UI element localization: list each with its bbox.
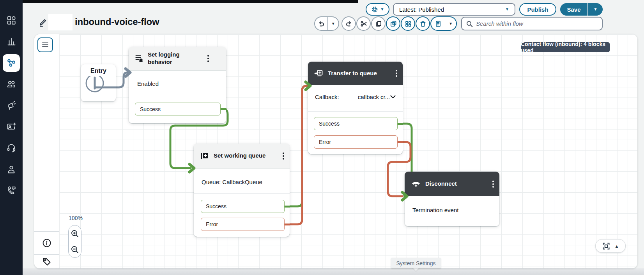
output-label: Success	[140, 106, 161, 112]
redo-button[interactable]	[341, 16, 356, 31]
cut-button[interactable]	[356, 16, 371, 31]
block-title: Transfer to queue	[328, 70, 391, 77]
entry-label: Entry	[81, 64, 116, 75]
output-success[interactable]: Success	[201, 200, 285, 213]
caret-down-icon: ▼	[594, 7, 598, 11]
flows-icon	[6, 58, 16, 68]
version-dropdown[interactable]: Latest: Published ▼	[393, 3, 515, 16]
caret-down-icon: ▼	[331, 22, 335, 26]
sidebar-item-calls[interactable]	[0, 182, 23, 199]
top-black-strip	[0, 0, 358, 3]
field-label: Callback:	[315, 94, 339, 100]
edit-title-button[interactable]	[38, 18, 48, 27]
chevron-down-icon	[390, 95, 396, 99]
set-logging-behavior-icon	[135, 54, 143, 63]
sidebar-item-users[interactable]	[0, 75, 23, 92]
block-header[interactable]: Disconnect	[405, 172, 499, 196]
search-input[interactable]	[476, 20, 598, 27]
phone-chat-icon	[6, 185, 16, 195]
save-button[interactable]: Save	[560, 3, 587, 16]
sidebar-item-flows[interactable]	[0, 54, 23, 71]
connect-flow-editor: inbound-voice-flow ▼ Latest: Published ▼…	[0, 0, 644, 275]
block-set-logging-behavior[interactable]: Set logging behavior Enabled Success	[129, 47, 226, 123]
block-disconnect[interactable]: Disconnect Termination event	[405, 172, 499, 226]
output-success[interactable]: Success	[135, 103, 221, 115]
flow-settings-button[interactable]: ▼	[366, 3, 389, 16]
block-field-row[interactable]: Callback: callback cr...	[315, 94, 396, 100]
undo-icon	[318, 20, 325, 27]
document-icon	[435, 20, 442, 27]
block-body-text: Termination event	[412, 207, 458, 213]
sidebar-item-support[interactable]	[0, 139, 23, 156]
undo-split-button[interactable]: ▼	[314, 16, 339, 31]
page-title: inbound-voice-flow	[75, 16, 159, 27]
version-dropdown-value: Latest: Published	[399, 6, 444, 13]
block-header[interactable]: Set logging behavior	[129, 47, 226, 71]
entry-point-icon	[81, 76, 116, 101]
sidebar-item-directory[interactable]	[0, 118, 23, 135]
block-menu-button[interactable]	[395, 68, 398, 78]
users-icon	[6, 79, 16, 89]
flow-notes-button[interactable]	[431, 17, 445, 30]
undo-history-button[interactable]: ▼	[328, 17, 338, 30]
publish-button[interactable]: Publish	[519, 3, 556, 16]
duplicate-block-button[interactable]	[386, 16, 400, 31]
block-set-working-queue[interactable]: Set working queue Queue: CallbackQueue S…	[194, 144, 290, 237]
caret-down-icon: ▼	[380, 7, 384, 11]
sidebar-item-profile[interactable]	[0, 161, 23, 178]
output-error[interactable]: Error	[201, 218, 285, 231]
output-label: Success	[206, 203, 226, 209]
sidebar-nav	[0, 0, 23, 275]
bottom-bar	[23, 268, 644, 275]
save-label: Save	[567, 6, 580, 13]
search-icon	[466, 20, 473, 27]
block-title: Disconnect	[425, 180, 487, 188]
delete-button[interactable]	[416, 16, 430, 31]
headset-icon	[6, 143, 16, 153]
block-body-text: Queue: CallbackQueue	[202, 179, 262, 185]
output-success[interactable]: Success	[314, 117, 398, 130]
block-menu-button[interactable]	[207, 53, 210, 64]
flow-canvas[interactable]: Contact flow (inbound): 4 blocks used En…	[34, 34, 637, 268]
block-menu-button[interactable]	[492, 179, 495, 189]
gear-icon	[371, 6, 378, 13]
dashboard-icon	[6, 15, 16, 25]
block-header[interactable]: Transfer to queue	[308, 62, 403, 85]
block-title: Set logging behavior	[148, 51, 202, 66]
notes-split-button[interactable]: ▼	[430, 16, 457, 31]
sidebar-item-metrics[interactable]	[0, 33, 23, 50]
id-card-arrow-icon	[6, 121, 16, 131]
block-transfer-to-queue[interactable]: Transfer to queue Callback: callback cr.…	[308, 62, 403, 154]
save-options-button[interactable]: ▼	[588, 3, 603, 16]
connector-stub	[285, 206, 290, 208]
output-label: Error	[206, 221, 218, 227]
block-body-text: Enabled	[137, 80, 159, 87]
trash-icon	[419, 20, 426, 27]
grid-icon	[405, 20, 412, 27]
sidebar-item-dashboard[interactable]	[0, 12, 23, 29]
set-working-queue-icon	[200, 151, 209, 161]
paste-plus-icon	[390, 20, 397, 27]
block-entry[interactable]: Entry	[81, 64, 116, 101]
system-settings-tooltip: System Settings	[391, 258, 441, 268]
undo-button[interactable]	[315, 17, 327, 30]
disconnect-icon	[411, 180, 421, 188]
copy-button[interactable]	[371, 16, 386, 31]
output-error[interactable]: Error	[314, 135, 398, 149]
transfer-to-queue-icon	[314, 69, 324, 78]
redo-icon	[345, 20, 352, 27]
sidebar-item-campaigns[interactable]	[0, 97, 23, 114]
block-title: Set working queue	[214, 152, 278, 160]
flow-search	[461, 17, 603, 30]
connector-stub	[398, 141, 403, 143]
output-label: Error	[319, 139, 331, 145]
copy-icon	[375, 20, 382, 27]
person-icon	[6, 164, 16, 174]
caret-down-icon: ▼	[449, 22, 453, 26]
block-menu-button[interactable]	[282, 151, 285, 161]
notes-options-button[interactable]: ▼	[445, 17, 456, 30]
connector-stub	[285, 224, 290, 225]
caret-down-icon: ▼	[505, 7, 509, 11]
block-header[interactable]: Set working queue	[194, 144, 290, 169]
arrange-blocks-button[interactable]	[401, 16, 415, 31]
